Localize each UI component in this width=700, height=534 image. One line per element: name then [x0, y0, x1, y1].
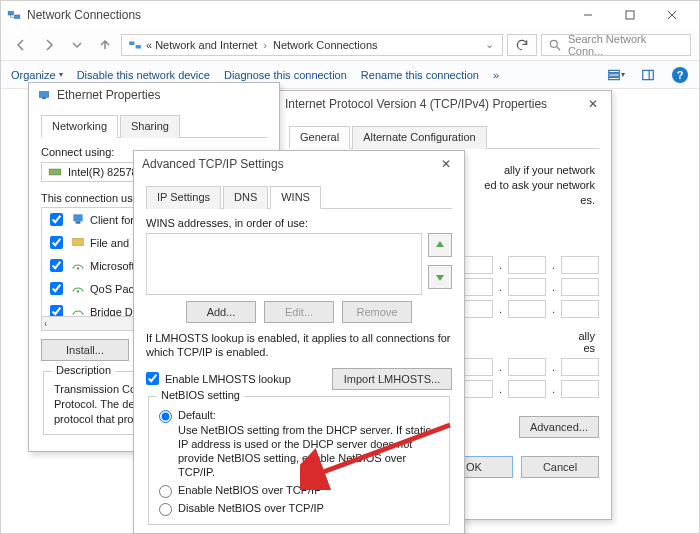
breadcrumb[interactable]: « Network and Internet › Network Connect…	[121, 34, 503, 56]
gateway-field[interactable]: ..	[455, 300, 599, 318]
svg-line-9	[557, 46, 560, 49]
cmd-disable-device[interactable]: Disable this network device	[77, 69, 210, 81]
recent-locations-button[interactable]	[65, 33, 89, 57]
refresh-button[interactable]	[507, 34, 537, 56]
svg-rect-11	[609, 73, 620, 75]
netbios-default-radio[interactable]: Default: Use NetBIOS setting from the DH…	[159, 409, 439, 480]
import-lmhosts-button[interactable]: Import LMHOSTS...	[332, 368, 452, 390]
component-checkbox[interactable]	[50, 282, 63, 295]
crumb-current[interactable]: Network Connections	[273, 39, 378, 51]
install-button[interactable]: Install...	[41, 339, 129, 361]
ipv4-dialog-title: Internet Protocol Version 4 (TCP/IPv4) P…	[285, 97, 547, 111]
tab-wins[interactable]: WINS	[270, 186, 321, 209]
search-placeholder: Search Network Conn...	[568, 33, 684, 57]
advtcp-dialog-title: Advanced TCP/IP Settings	[142, 157, 284, 171]
component-checkbox[interactable]	[50, 305, 63, 317]
wins-remove-button[interactable]: Remove	[342, 301, 412, 323]
wins-add-button[interactable]: Add...	[186, 301, 256, 323]
component-icon	[71, 304, 85, 318]
advtcp-tabs: IP Settings DNS WINS	[146, 185, 452, 209]
network-connections-icon	[7, 8, 21, 22]
svg-rect-3	[626, 11, 634, 19]
adapter-name: Intel(R) 82578	[68, 166, 138, 178]
svg-point-8	[550, 40, 557, 47]
tab-sharing[interactable]: Sharing	[120, 115, 180, 138]
move-up-button[interactable]	[428, 233, 452, 257]
netbios-enable-label: Enable NetBIOS over TCP/IP	[178, 484, 321, 496]
advtcp-close-button[interactable]: ✕	[436, 157, 456, 171]
svg-rect-16	[42, 97, 46, 99]
netbios-default-label: Default:	[178, 409, 439, 421]
help-button[interactable]: ?	[671, 66, 689, 84]
tab-alternate-config[interactable]: Alternate Configuration	[352, 126, 487, 149]
close-button[interactable]	[651, 3, 693, 27]
netbios-legend: NetBIOS setting	[157, 389, 244, 401]
component-checkbox[interactable]	[50, 213, 63, 226]
component-icon	[71, 258, 85, 274]
ipv4-dialog-titlebar: Internet Protocol Version 4 (TCP/IPv4) P…	[277, 91, 611, 117]
address-bar: « Network and Internet › Network Connect…	[1, 29, 699, 61]
svg-rect-1	[15, 15, 20, 19]
forward-button[interactable]	[37, 33, 61, 57]
subnet-mask-field[interactable]: ..	[455, 278, 599, 296]
search-icon	[548, 38, 562, 52]
cmd-rename[interactable]: Rename this connection	[361, 69, 479, 81]
wins-edit-button[interactable]: Edit...	[264, 301, 334, 323]
move-down-button[interactable]	[428, 265, 452, 289]
alternate-dns-field[interactable]: ..	[455, 380, 599, 398]
tab-dns[interactable]: DNS	[223, 186, 268, 209]
maximize-button[interactable]	[609, 3, 651, 27]
svg-rect-20	[76, 221, 81, 223]
component-icon	[71, 212, 85, 228]
netbios-disable-label: Disable NetBIOS over TCP/IP	[178, 502, 324, 514]
advanced-button[interactable]: Advanced...	[519, 416, 599, 438]
component-icon	[71, 235, 85, 251]
enable-lmhosts-checkbox[interactable]: Enable LMHOSTS lookup	[146, 372, 291, 385]
component-checkbox[interactable]	[50, 259, 63, 272]
tab-general[interactable]: General	[289, 126, 350, 149]
svg-rect-15	[39, 91, 48, 97]
cmd-organize[interactable]: Organize▾	[11, 69, 63, 81]
tab-ip-settings[interactable]: IP Settings	[146, 186, 221, 209]
crumb-parent[interactable]: « Network and Internet	[146, 39, 257, 51]
titlebar: Network Connections	[1, 1, 699, 29]
svg-point-22	[77, 267, 79, 269]
advtcp-dialog-titlebar: Advanced TCP/IP Settings ✕	[134, 151, 464, 177]
view-options-button[interactable]: ▾	[607, 66, 625, 84]
ipv4-close-button[interactable]: ✕	[583, 97, 603, 111]
search-input[interactable]: Search Network Conn...	[541, 34, 691, 56]
netbios-disable-radio[interactable]: Disable NetBIOS over TCP/IP	[159, 502, 439, 516]
ethernet-tabs: Networking Sharing	[41, 114, 267, 138]
cmd-overflow[interactable]: »	[493, 69, 499, 81]
ip-address-field[interactable]: ..	[455, 256, 599, 274]
component-icon	[71, 281, 85, 297]
breadcrumb-dropdown-icon[interactable]: ⌄	[485, 38, 494, 51]
minimize-button[interactable]	[567, 3, 609, 27]
svg-rect-0	[8, 12, 13, 16]
svg-rect-21	[73, 238, 84, 245]
cmd-diagnose[interactable]: Diagnose this connection	[224, 69, 347, 81]
back-button[interactable]	[9, 33, 33, 57]
svg-rect-6	[129, 41, 134, 45]
wins-addresses-label: WINS addresses, in order of use:	[146, 217, 452, 229]
advanced-tcpip-dialog: Advanced TCP/IP Settings ✕ IP Settings D…	[133, 150, 465, 534]
svg-rect-13	[643, 70, 654, 79]
lmhosts-note: If LMHOSTS lookup is enabled, it applies…	[146, 331, 452, 360]
svg-rect-19	[73, 214, 82, 221]
netbios-enable-radio[interactable]: Enable NetBIOS over TCP/IP	[159, 484, 439, 498]
tab-networking[interactable]: Networking	[41, 115, 118, 138]
up-button[interactable]	[93, 33, 117, 57]
svg-rect-18	[50, 170, 52, 174]
ethernet-icon	[37, 88, 51, 102]
svg-rect-10	[609, 70, 620, 72]
cancel-button[interactable]: Cancel	[521, 456, 599, 478]
wins-address-list[interactable]	[146, 233, 422, 295]
ethernet-dialog-title: Ethernet Properties	[57, 88, 160, 102]
preview-pane-button[interactable]	[639, 66, 657, 84]
component-checkbox[interactable]	[50, 236, 63, 249]
ethernet-dialog-titlebar: Ethernet Properties	[29, 83, 279, 106]
ipv4-tabs: General Alternate Configuration	[289, 125, 599, 149]
netbios-default-desc: Use NetBIOS setting from the DHCP server…	[178, 423, 439, 480]
preferred-dns-field[interactable]: ..	[455, 358, 599, 376]
breadcrumb-icon	[128, 38, 142, 52]
